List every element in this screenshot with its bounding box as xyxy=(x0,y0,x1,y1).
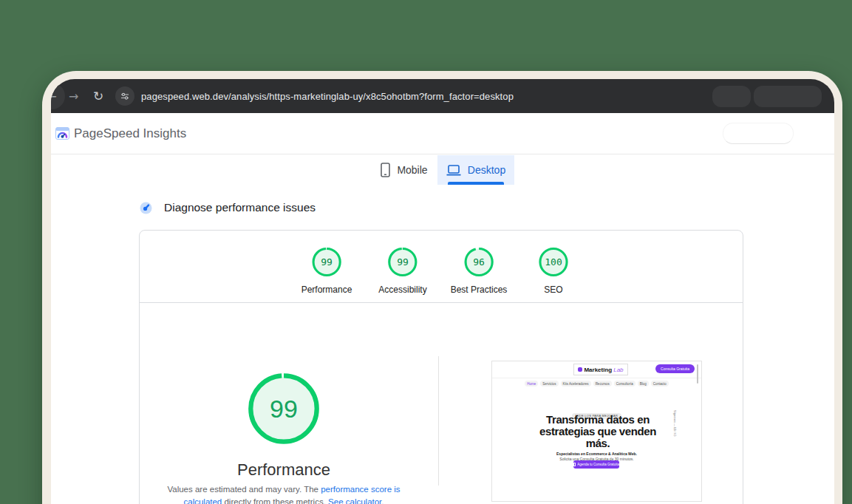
tab-mobile-label: Mobile xyxy=(397,164,427,176)
score-disclaimer: Values are estimated and may vary. The p… xyxy=(151,483,417,504)
accessibility-score-label: Accessibility xyxy=(378,285,426,295)
preview-hero-button: Agenda tu Consulta Gratuita xyxy=(573,460,619,469)
seo-score-value: 100 xyxy=(539,247,569,277)
tune-icon xyxy=(120,92,129,101)
forward-button[interactable]: → xyxy=(69,79,78,113)
preview-nav-recursos: Recursos xyxy=(593,381,612,386)
preview-vertical-social-text: Síguenos — LB / IG xyxy=(673,410,677,440)
tab-mobile[interactable]: Mobile xyxy=(371,155,437,185)
tab-desktop[interactable]: Desktop xyxy=(437,155,514,185)
preview-calendar-icon xyxy=(573,463,576,466)
performance-score-label: Performance xyxy=(301,285,352,295)
back-arrow-icon: ← xyxy=(51,89,57,103)
tab-desktop-label: Desktop xyxy=(468,164,505,176)
url-text: pagespeed.web.dev/analysis/https-marketi… xyxy=(141,91,514,102)
score-performance[interactable]: 99 Performance xyxy=(301,247,352,295)
form-factor-tabbar: Mobile Desktop xyxy=(51,155,834,185)
browser-toolbar: ← → ↻ pagespeed.web.dev/analysis/https-m… xyxy=(51,79,834,113)
preview-nav-consultoria: Consultoría xyxy=(614,381,635,386)
performance-section-title: Performance xyxy=(173,460,395,480)
preview-headline: Transforma datos en estrategias que vend… xyxy=(539,414,657,449)
performance-gauge: 99 xyxy=(311,247,341,277)
disclaimer-text-1: Values are estimated and may vary. The xyxy=(167,485,321,494)
desktop-laptop-icon xyxy=(446,164,461,177)
preview-nav-contacto: Contacto xyxy=(651,381,669,386)
diagnose-row: Diagnose performance issues xyxy=(140,201,316,214)
preview-nav-kits: Kits Aceleradores xyxy=(561,381,591,386)
address-bar[interactable]: pagespeed.web.dev/analysis/https-marketi… xyxy=(141,79,514,113)
psi-page: PageSpeed Insights Mobile Desktop xyxy=(51,113,834,504)
toolbar-pill-right[interactable] xyxy=(754,86,822,107)
browser-window: ← → ↻ pagespeed.web.dev/analysis/https-m… xyxy=(42,71,842,504)
back-button[interactable]: ← xyxy=(51,83,65,109)
preview-logo-prefix: Marketing xyxy=(584,367,612,373)
best-practices-gauge: 96 xyxy=(463,247,494,277)
disclaimer-text-2: directly from these metrics. xyxy=(222,497,328,504)
performance-big-score: 99 xyxy=(247,372,321,446)
preview-logo-suffix: Lab xyxy=(613,367,623,373)
reload-button[interactable]: ↻ xyxy=(93,79,103,113)
active-tab-indicator xyxy=(448,182,504,185)
preview-nav: Home Servicios Kits Aceleradores Recurso… xyxy=(492,381,701,386)
panel-vertical-divider xyxy=(438,356,439,486)
seo-score-label: SEO xyxy=(544,285,562,295)
preview-nav-servicios: Servicios xyxy=(540,381,558,386)
score-best-practices[interactable]: 96 Best Practices xyxy=(451,247,508,295)
preview-header-cta-button: Consulta Gratuita xyxy=(655,364,695,373)
site-settings-button[interactable] xyxy=(115,86,134,106)
page-title: PageSpeed Insights xyxy=(74,113,186,154)
preview-nav-home: Home xyxy=(525,381,538,386)
seo-gauge: 100 xyxy=(539,247,569,277)
score-accessibility[interactable]: 99 Accessibility xyxy=(378,247,426,295)
preview-logo-icon xyxy=(578,367,582,372)
accessibility-gauge: 99 xyxy=(387,247,418,277)
performance-score-value: 99 xyxy=(311,247,341,277)
performance-big-gauge: 99 xyxy=(247,372,321,446)
score-seo[interactable]: 100 SEO xyxy=(539,247,569,295)
best-practices-score-label: Best Practices xyxy=(451,285,508,295)
reload-icon: ↻ xyxy=(93,89,103,103)
diagnose-speedometer-icon xyxy=(140,202,152,214)
see-calculator-link[interactable]: See calculator. xyxy=(328,497,384,504)
pagespeed-logo-icon xyxy=(55,126,69,143)
preview-scrollbar xyxy=(697,364,698,384)
preview-site-logo: MarketingLab xyxy=(573,364,628,375)
best-practices-score-value: 96 xyxy=(463,247,494,277)
toolbar-pill-left[interactable] xyxy=(712,86,751,107)
diagnose-label: Diagnose performance issues xyxy=(164,201,316,214)
accessibility-score-value: 99 xyxy=(387,247,418,277)
card-divider xyxy=(140,302,743,303)
preview-subline-bold: Especialistas en Ecommerce & Analítica W… xyxy=(492,452,701,456)
browser-chrome: ← → ↻ pagespeed.web.dev/analysis/https-m… xyxy=(51,79,834,504)
report-card: 99 Performance 99 Accessibility xyxy=(139,230,743,504)
preview-nav-blog: Blog xyxy=(638,381,649,386)
psi-header: PageSpeed Insights xyxy=(51,113,834,154)
site-screenshot-thumbnail: MarketingLab Consulta Gratuita Home Serv… xyxy=(491,361,702,502)
mobile-phone-icon xyxy=(381,163,390,177)
forward-arrow-icon: → xyxy=(69,89,78,103)
header-ghost-control[interactable] xyxy=(723,123,794,144)
preview-site-header: MarketingLab Consulta Gratuita xyxy=(492,361,701,378)
